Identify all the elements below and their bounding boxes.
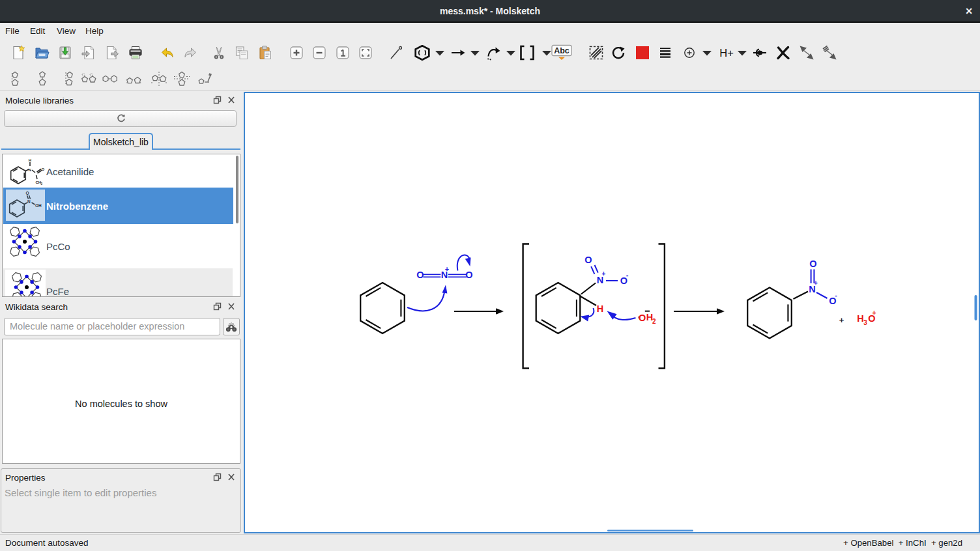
- svg-text:O: O: [465, 270, 472, 280]
- svg-text:O: O: [416, 270, 424, 280]
- svg-text:3: 3: [863, 319, 867, 326]
- svg-text:O: O: [809, 259, 816, 269]
- svg-text:H: H: [29, 158, 31, 162]
- svg-text:H: H: [857, 313, 863, 324]
- svg-text:O: O: [42, 167, 45, 171]
- svg-text:N: N: [29, 168, 31, 172]
- svg-text:+: +: [602, 270, 606, 277]
- svg-text:2: 2: [652, 318, 656, 325]
- svg-text:O: O: [584, 255, 592, 265]
- svg-text:+: +: [872, 309, 876, 317]
- svg-text:O: O: [639, 313, 646, 323]
- svg-text:H+: H+: [719, 47, 734, 59]
- svg-text:H: H: [597, 304, 603, 314]
- svg-text:3: 3: [41, 182, 43, 186]
- svg-text:OH: OH: [35, 203, 42, 208]
- svg-text:-: -: [835, 291, 837, 299]
- svg-text:O: O: [26, 191, 29, 195]
- svg-text:-: -: [626, 271, 629, 279]
- svg-text:N: N: [27, 199, 31, 204]
- svg-text:Abc: Abc: [554, 46, 569, 55]
- svg-text:+: +: [445, 265, 449, 273]
- svg-text:+: +: [839, 315, 844, 325]
